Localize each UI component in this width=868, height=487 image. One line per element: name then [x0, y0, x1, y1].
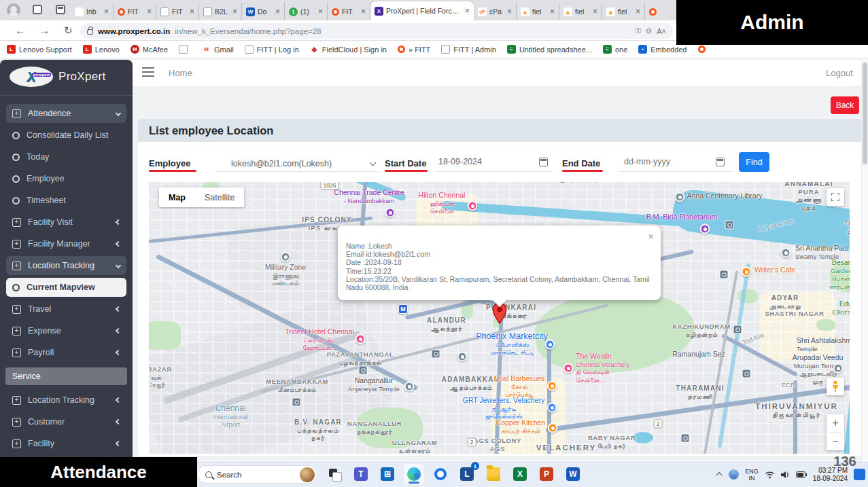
- refresh-icon[interactable]: ↻: [64, 24, 73, 37]
- sidebar-item-payroll[interactable]: +Payroll: [6, 343, 126, 362]
- sidebar-item-travel[interactable]: +Travel: [6, 300, 126, 319]
- find-button[interactable]: Find: [739, 152, 769, 172]
- scrollbar-thumb[interactable]: [863, 62, 867, 164]
- map-type-satellite-button[interactable]: Satellite: [195, 187, 244, 207]
- bookmark-item[interactable]: ≡Untitled spreadshee...: [507, 45, 592, 54]
- tab-close-icon[interactable]: ×: [361, 7, 366, 16]
- orange-poi-icon[interactable]: [548, 423, 558, 433]
- copilot-icon[interactable]: [430, 464, 451, 484]
- close-icon[interactable]: ×: [648, 231, 654, 241]
- rail-station-icon[interactable]: [432, 350, 440, 359]
- browser-tab[interactable]: B2L×: [199, 3, 242, 20]
- sidebar-item-expense[interactable]: +Expense: [6, 321, 126, 340]
- powerpoint-icon[interactable]: P: [536, 464, 557, 484]
- teams-icon[interactable]: T: [351, 464, 371, 484]
- pink-poi-icon[interactable]: [468, 201, 478, 211]
- rail-station-icon[interactable]: [681, 434, 690, 443]
- bookmark-item[interactable]: MGmail: [202, 45, 234, 54]
- browser-tab[interactable]: FIT×: [328, 3, 370, 20]
- orange-poi-icon[interactable]: [742, 267, 752, 277]
- notification-icon[interactable]: [854, 469, 865, 480]
- sidebar-item-consolidate-daily-list[interactable]: Consolidate Daily List: [6, 126, 126, 145]
- tab-close-icon[interactable]: ×: [232, 7, 237, 16]
- gray-poi-icon[interactable]: [833, 363, 844, 374]
- file-explorer-icon[interactable]: [483, 464, 504, 484]
- bookmark-item[interactable]: [179, 45, 191, 54]
- address-bar[interactable]: www.proxpert.co.in in/new_k_Eversendai/h…: [80, 23, 673, 39]
- browser-tab[interactable]: WDo×: [242, 3, 285, 20]
- browser-tab[interactable]: FIT×: [114, 3, 156, 20]
- tab-close-icon[interactable]: ×: [147, 7, 152, 16]
- password-key-icon[interactable]: ⚿: [636, 26, 641, 35]
- language-indicator[interactable]: ENGIN: [745, 468, 759, 482]
- sidebar-item-timesheet[interactable]: Timesheet: [6, 191, 126, 210]
- lenovo-vantage-icon[interactable]: L1: [457, 464, 477, 484]
- rail-station-icon[interactable]: [733, 325, 742, 334]
- volume-icon[interactable]: [781, 471, 790, 479]
- map-type-map-button[interactable]: Map: [159, 187, 195, 207]
- end-date-input[interactable]: [624, 157, 699, 166]
- bookmark-item[interactable]: [698, 46, 709, 53]
- purple-poi-icon[interactable]: [385, 208, 396, 218]
- browser-tab[interactable]: ▲fiel×: [559, 3, 602, 20]
- tab-close-icon[interactable]: ×: [318, 7, 323, 16]
- tab-close-icon[interactable]: ×: [104, 7, 109, 16]
- browser-profile-avatar[interactable]: [7, 3, 20, 17]
- rail-station-icon[interactable]: [742, 369, 751, 378]
- rail-station-icon[interactable]: [292, 398, 301, 407]
- map-canvas[interactable]: சைதாப்பேட்டைChennai Trade Centre- Nandam…: [149, 182, 850, 454]
- excel-icon[interactable]: X: [510, 464, 530, 484]
- battery-icon[interactable]: [796, 471, 807, 478]
- orange-poi-icon[interactable]: [547, 381, 557, 391]
- word-icon[interactable]: W: [563, 464, 583, 484]
- bookmark-item[interactable]: ≡one: [603, 45, 627, 54]
- gray-poi-icon[interactable]: [675, 192, 685, 202]
- zoom-in-button[interactable]: +: [827, 414, 844, 432]
- tab-close-icon[interactable]: ×: [593, 7, 597, 16]
- home-link[interactable]: Home: [169, 68, 192, 78]
- read-aloud-icon[interactable]: A˄: [657, 27, 666, 35]
- blue-poi-icon[interactable]: [545, 340, 555, 350]
- zoom-page-icon[interactable]: ⊝: [646, 26, 652, 35]
- sidebar-item-attendence[interactable]: +Attendence: [6, 104, 126, 123]
- purple-poi-icon[interactable]: [700, 224, 710, 234]
- browser-tab[interactable]: ▲fiel×: [602, 3, 645, 20]
- forward-nav-icon[interactable]: →: [39, 24, 50, 37]
- hamburger-menu-icon[interactable]: [142, 67, 154, 77]
- bookmark-item[interactable]: ▪Embedded: [638, 45, 687, 54]
- calendar-icon[interactable]: [716, 158, 725, 166]
- sidebar-item-facility-manager[interactable]: +Facility Manager: [6, 234, 126, 253]
- pink-poi-icon[interactable]: [563, 363, 574, 374]
- bookmark-item[interactable]: ◆FieldCloud | Sign in: [310, 45, 387, 54]
- sidebar-item-employee[interactable]: Employee: [6, 169, 126, 188]
- taskbar-search[interactable]: Search: [197, 465, 317, 484]
- gray-poi-icon[interactable]: [281, 252, 291, 262]
- bookmark-item[interactable]: MMcAfee: [131, 45, 168, 54]
- pegman-icon[interactable]: [827, 378, 844, 395]
- browser-tab[interactable]: FIT×: [156, 3, 199, 20]
- sidebar-item-facility[interactable]: +Facility: [6, 434, 126, 453]
- rail-station-icon[interactable]: [725, 221, 734, 230]
- browser-tab[interactable]: cPcPa×: [474, 3, 517, 20]
- gray-poi-icon[interactable]: [781, 248, 791, 258]
- wifi-icon[interactable]: [765, 471, 775, 479]
- browser-tab[interactable]: ▲fiel×: [517, 3, 559, 20]
- sidebar-item-today[interactable]: Today: [6, 147, 126, 166]
- sidebar-item-location-tracking[interactable]: +Location Tracking: [6, 391, 126, 410]
- tray-app-icon[interactable]: [729, 469, 739, 480]
- tab-close-icon[interactable]: ×: [550, 7, 555, 16]
- pink-poi-icon[interactable]: [355, 334, 366, 344]
- tab-close-icon[interactable]: ×: [190, 7, 194, 16]
- gray-poi-icon[interactable]: [404, 382, 415, 392]
- logout-link[interactable]: Logout: [826, 68, 853, 78]
- back-nav-icon[interactable]: ←: [15, 24, 25, 37]
- tab-close-icon[interactable]: ×: [465, 7, 470, 15]
- tab-group-icon[interactable]: [56, 5, 65, 14]
- zoom-out-button[interactable]: −: [827, 433, 844, 450]
- store-icon[interactable]: ⊞: [377, 464, 398, 484]
- edge-icon[interactable]: [404, 464, 424, 484]
- tab-close-icon[interactable]: ×: [636, 7, 640, 16]
- browser-tab[interactable]: XProXpert | Field Force Automation×: [370, 1, 474, 20]
- sidebar-item-facility-visit[interactable]: +Facility Visit: [6, 213, 126, 232]
- sidebar-item-current-mapview[interactable]: Current Mapview: [6, 278, 126, 297]
